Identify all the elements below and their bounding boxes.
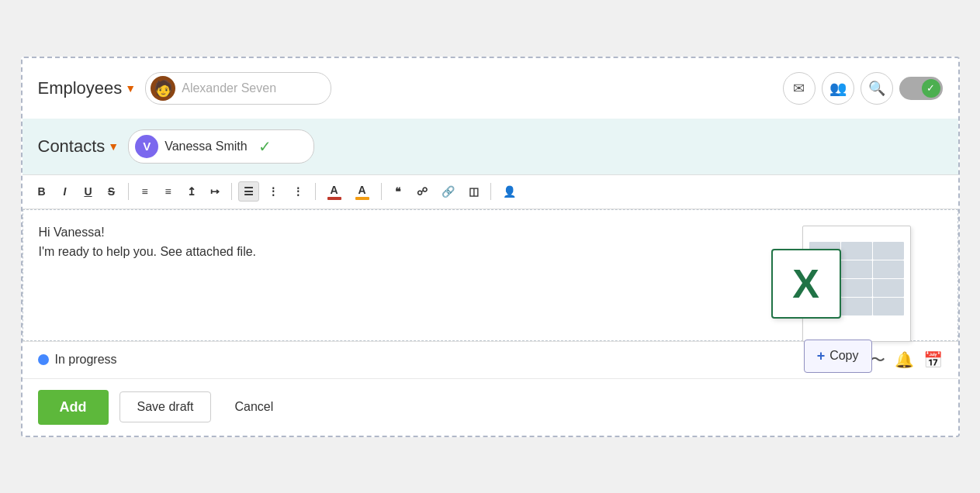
indent-more-icon: ↦ — [210, 185, 220, 198]
align-right-icon: ⋮ — [293, 185, 303, 198]
main-container: Employees ▼ 🧑 Alexander Seven ✉ 👥 🔍 — [21, 57, 960, 437]
indent-less-button[interactable]: ↥ — [182, 181, 202, 202]
font-color-bar — [327, 197, 341, 200]
contact-name: Vanessa Smith — [164, 140, 247, 153]
person-icon: 👥 — [829, 80, 847, 97]
sheet-cell — [873, 298, 904, 315]
contacts-row: Contacts ▼ V Vanessa Smith ✓ — [23, 119, 958, 174]
align-right-button[interactable]: ⋮ — [287, 181, 309, 202]
image-button[interactable]: ☍ — [411, 181, 433, 202]
copy-plus-icon: + — [817, 345, 826, 367]
employees-label[interactable]: Employees ▼ — [38, 78, 137, 98]
employee-name: Alexander Seven — [182, 81, 276, 95]
search-icon: 🔍 — [868, 80, 885, 97]
toolbar-sep-1 — [128, 183, 129, 200]
table-icon: ◫ — [469, 185, 479, 198]
toolbar-sep-2 — [231, 183, 232, 200]
copy-tooltip[interactable]: + Copy — [804, 340, 872, 373]
employee-input[interactable]: 🧑 Alexander Seven — [145, 72, 331, 105]
ordered-list-button[interactable]: ≡ — [135, 181, 155, 202]
mail-button[interactable]: ✉ — [783, 72, 816, 105]
indent-more-button[interactable]: ↦ — [205, 181, 225, 202]
ul-icon: ≡ — [164, 185, 171, 198]
top-icons-row: ✉ 👥 🔍 ✓ — [783, 72, 943, 105]
indent-less-icon: ↥ — [187, 185, 196, 198]
ol-icon: ≡ — [141, 185, 147, 198]
contact-input[interactable]: V Vanessa Smith ✓ — [128, 129, 314, 164]
toolbar-sep-3 — [315, 183, 316, 200]
sheet-cell — [873, 260, 904, 278]
cancel-button[interactable]: Cancel — [222, 392, 286, 422]
calendar-icon: 📅 — [923, 351, 943, 368]
sheet-cell — [841, 260, 872, 278]
font-color-button[interactable]: A — [322, 180, 347, 204]
sheet-cell — [873, 242, 904, 260]
copy-label: Copy — [829, 346, 858, 366]
search-button[interactable]: 🔍 — [861, 72, 893, 105]
contacts-text: Contacts — [38, 136, 106, 157]
sheet-cell — [841, 242, 872, 260]
calendar-button[interactable]: 📅 — [923, 350, 943, 369]
contacts-dropdown-arrow: ▼ — [108, 140, 119, 153]
quote-icon: ❝ — [395, 185, 401, 198]
employee-avatar: 🧑 — [151, 76, 175, 101]
save-draft-button[interactable]: Save draft — [119, 391, 212, 422]
sheet-cell — [841, 298, 872, 315]
excel-drag-container[interactable]: X + Copy — [771, 226, 911, 357]
excel-icon: X — [771, 249, 841, 319]
avatar-face-icon: 🧑 — [154, 79, 173, 98]
employees-text: Employees — [38, 78, 123, 98]
align-center-icon: ☰ — [244, 185, 254, 198]
align-left-icon: ⋮ — [268, 185, 279, 198]
underline-button[interactable]: U — [78, 181, 99, 202]
toggle-check-icon: ✓ — [926, 82, 935, 94]
link-icon: 🔗 — [442, 185, 455, 198]
bg-color-indicator: A — [355, 184, 369, 200]
user-button[interactable]: 👤 — [497, 181, 521, 202]
action-row: Add Save draft Cancel — [23, 378, 958, 436]
sheet-cell — [873, 279, 904, 297]
employees-dropdown-arrow: ▼ — [125, 82, 136, 95]
align-center-button[interactable]: ☰ — [238, 181, 259, 202]
bold-button[interactable]: B — [32, 181, 52, 202]
toolbar: B I U S ≡ ≡ ↥ ↦ ☰ ⋮ ⋮ A — [23, 174, 958, 209]
link-button[interactable]: 🔗 — [436, 181, 460, 202]
strikethrough-button[interactable]: S — [102, 181, 122, 202]
status-text: In progress — [55, 353, 117, 367]
status-left: In progress — [38, 353, 117, 367]
quote-button[interactable]: ❝ — [388, 181, 408, 202]
toolbar-sep-4 — [381, 183, 382, 200]
employees-row: Employees ▼ 🧑 Alexander Seven ✉ 👥 🔍 — [23, 58, 958, 119]
mail-icon: ✉ — [793, 80, 805, 97]
contact-initial: V — [143, 140, 151, 153]
excel-x-text: X — [792, 264, 819, 304]
editor-area[interactable]: Hi Vanessa! I'm ready to help you. See a… — [23, 209, 958, 341]
align-left-button[interactable]: ⋮ — [262, 181, 284, 202]
table-button[interactable]: ◫ — [463, 181, 484, 202]
toggle-button[interactable]: ✓ — [899, 77, 943, 100]
sheet-cell — [841, 279, 872, 297]
person-button[interactable]: 👥 — [822, 72, 854, 105]
unordered-list-button[interactable]: ≡ — [158, 181, 178, 202]
font-color-indicator: A — [327, 184, 341, 200]
toggle-knob: ✓ — [922, 79, 940, 98]
toolbar-sep-5 — [490, 183, 491, 200]
bg-color-bar — [355, 197, 369, 200]
italic-button[interactable]: I — [55, 181, 75, 202]
contacts-label[interactable]: Contacts ▼ — [38, 136, 119, 157]
contact-check-icon: ✓ — [258, 137, 272, 156]
add-button[interactable]: Add — [38, 390, 109, 425]
contact-avatar: V — [135, 135, 158, 158]
image-icon: ☍ — [417, 185, 428, 198]
status-dot — [38, 354, 49, 365]
user-icon: 👤 — [503, 185, 516, 198]
bg-color-button[interactable]: A — [350, 180, 375, 204]
